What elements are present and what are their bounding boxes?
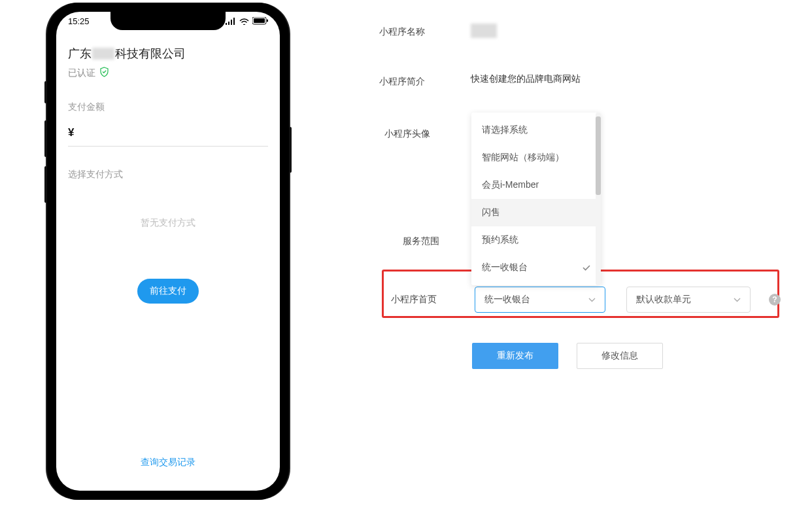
dropdown-item[interactable]: 预约系统 (471, 226, 601, 254)
company-name: 广东 科技有限公司 (68, 46, 268, 61)
wifi-icon (239, 18, 249, 25)
svg-rect-5 (254, 18, 265, 23)
phone-notch (110, 12, 226, 30)
currency-symbol: ¥ (68, 126, 74, 139)
miniprogram-avatar-label: 小程序头像 (384, 128, 430, 140)
query-transactions-link[interactable]: 查询交易记录 (56, 457, 280, 468)
phone-screen: 15:25 广东 科技有限公司 已认证 (56, 12, 280, 491)
phone-side-button (289, 127, 292, 173)
modify-info-button[interactable]: 修改信息 (577, 343, 663, 369)
miniprogram-homepage-label: 小程序首页 (391, 294, 456, 306)
help-icon[interactable]: ? (769, 294, 781, 306)
scrollbar-track[interactable] (596, 113, 601, 285)
verified-badge: 已认证 (68, 67, 268, 79)
system-dropdown[interactable]: 请选择系统智能网站（移动端）会员i-Member闪售预约系统统一收银台 (471, 113, 601, 285)
dropdown-item[interactable]: 统一收银台 (471, 254, 601, 281)
miniprogram-name-label: 小程序名称 (379, 24, 471, 38)
form-area: 小程序名称 小程序简介 快速创建您的品牌电商网站 (379, 24, 798, 123)
svg-rect-3 (233, 18, 235, 25)
svg-rect-0 (226, 23, 227, 25)
phone-side-button (44, 166, 47, 203)
payment-method-label: 选择支付方式 (68, 169, 268, 181)
scrollbar-thumb[interactable] (596, 116, 601, 195)
chevron-down-icon (734, 295, 741, 304)
dropdown-item[interactable]: 闪售 (471, 199, 601, 226)
phone-mockup: 15:25 广东 科技有限公司 已认证 (47, 3, 289, 500)
redacted-text (92, 48, 114, 60)
homepage-system-select[interactable]: 统一收银台 (475, 287, 605, 313)
status-time: 15:25 (68, 16, 90, 26)
signal-icon (226, 18, 236, 25)
dropdown-item[interactable]: 请选择系统 (471, 116, 601, 144)
no-payment-text: 暂无支付方式 (68, 217, 268, 229)
svg-rect-6 (267, 20, 268, 22)
redacted-value (471, 24, 497, 38)
svg-rect-1 (228, 22, 229, 25)
phone-side-button (44, 120, 47, 157)
miniprogram-intro-value: 快速创建您的品牌电商网站 (471, 73, 581, 85)
shield-check-icon (99, 67, 109, 79)
dropdown-item[interactable]: 会员i-Member (471, 171, 601, 199)
miniprogram-intro-label: 小程序简介 (379, 73, 471, 88)
phone-side-button (44, 81, 47, 103)
svg-rect-2 (231, 20, 232, 25)
dropdown-item[interactable]: 智能网站（移动端） (471, 144, 601, 171)
homepage-unit-select[interactable]: 默认收款单元 (626, 287, 751, 313)
battery-icon (252, 17, 268, 25)
amount-input-row[interactable]: ¥ (68, 117, 268, 147)
amount-label: 支付金额 (68, 101, 268, 113)
service-scope-label: 服务范围 (403, 236, 439, 247)
pay-button[interactable]: 前往支付 (137, 279, 199, 304)
chevron-down-icon (588, 295, 596, 304)
check-icon (583, 262, 590, 273)
republish-button[interactable]: 重新发布 (472, 343, 558, 369)
